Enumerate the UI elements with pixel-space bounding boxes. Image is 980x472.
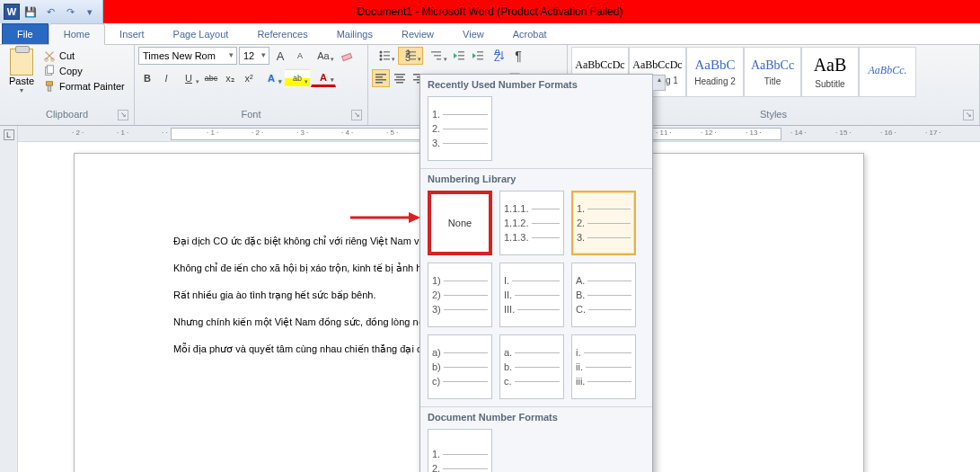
redo-button[interactable]: ↷ <box>61 3 79 21</box>
superscript-button[interactable]: x² <box>240 69 258 87</box>
tab-view[interactable]: View <box>448 24 499 44</box>
clear-formatting-button[interactable] <box>338 47 356 65</box>
numfmt-roman-lower[interactable]: i. ii. iii. <box>571 334 636 399</box>
cut-label: Cut <box>59 50 75 61</box>
clipboard-launcher[interactable]: ↘ <box>118 110 128 120</box>
svg-rect-25 <box>477 51 483 53</box>
font-size-combo[interactable]: 12 <box>239 47 269 65</box>
copy-button[interactable]: Copy <box>41 64 127 78</box>
tab-acrobat[interactable]: Acrobat <box>499 24 561 44</box>
multilevel-icon <box>430 49 443 62</box>
paste-button[interactable]: Paste ▾ <box>4 47 40 94</box>
group-clipboard: Paste ▾ Cut Copy Format Painter Clipboar… <box>0 45 135 125</box>
svg-rect-12 <box>384 58 390 60</box>
svg-marker-54 <box>409 212 420 223</box>
tab-file[interactable]: File <box>2 23 49 44</box>
grow-font-button[interactable]: A <box>271 47 289 65</box>
svg-rect-8 <box>384 51 390 53</box>
svg-rect-34 <box>394 74 405 76</box>
svg-text:Z: Z <box>494 52 500 62</box>
qat-customize[interactable]: ▾ <box>81 3 99 21</box>
tab-references[interactable]: References <box>243 24 322 44</box>
dropdown-scroll-up[interactable] <box>652 75 666 91</box>
numfmt-aparen[interactable]: a) b) c) <box>428 334 492 399</box>
bold-button[interactable]: B <box>138 69 156 87</box>
outdent-icon <box>453 49 465 62</box>
numfmt-roman-upper[interactable]: I. II. III. <box>499 263 564 327</box>
numbering-icon: 123 <box>404 49 417 62</box>
left-gutter: L <box>0 126 18 472</box>
sort-button[interactable]: AZ <box>490 47 508 65</box>
align-left-icon <box>375 72 387 85</box>
cut-button[interactable]: Cut <box>41 49 127 63</box>
italic-button[interactable]: I <box>157 69 175 87</box>
numfmt-1paren[interactable]: 1) 2) 3) <box>428 263 492 327</box>
shrink-font-button[interactable]: A <box>291 47 309 65</box>
show-marks-button[interactable]: ¶ <box>509 47 527 65</box>
font-color-button[interactable]: A <box>311 69 336 87</box>
change-case-button[interactable]: Aa <box>311 47 336 65</box>
highlight-button[interactable]: ab <box>285 69 310 87</box>
svg-rect-6 <box>342 53 352 60</box>
recently-used-header: Recently Used Number Formats <box>420 75 652 93</box>
text-effects-button[interactable]: A <box>259 69 284 87</box>
tab-page-layout[interactable]: Page Layout <box>159 24 243 44</box>
bullets-button[interactable] <box>372 47 397 65</box>
svg-rect-35 <box>396 76 403 78</box>
svg-rect-32 <box>375 79 386 81</box>
svg-rect-30 <box>375 74 386 76</box>
svg-rect-21 <box>437 58 441 60</box>
cut-icon <box>43 49 56 62</box>
undo-button[interactable]: ↶ <box>41 3 59 21</box>
decrease-indent-button[interactable] <box>450 47 468 65</box>
tab-selector[interactable]: L <box>4 129 14 140</box>
bullets-icon <box>378 49 391 62</box>
svg-point-7 <box>380 51 383 54</box>
svg-rect-10 <box>384 55 390 57</box>
svg-rect-20 <box>434 55 441 57</box>
style-subtitle[interactable]: AaBSubtitle <box>801 47 859 97</box>
numfmt-abc-upper[interactable]: A. B. C. <box>571 263 636 327</box>
format-painter-button[interactable]: Format Painter <box>41 79 127 94</box>
tab-mailings[interactable]: Mailings <box>322 24 387 44</box>
save-button[interactable]: 💾 <box>22 3 40 21</box>
tab-insert[interactable]: Insert <box>105 24 159 44</box>
svg-rect-22 <box>458 51 464 53</box>
window-title: Document1 - Microsoft Word (Product Acti… <box>0 5 980 18</box>
eraser-icon <box>340 49 353 62</box>
align-left-button[interactable] <box>372 69 390 87</box>
ribbon-tabs: File Home Insert Page Layout References … <box>0 23 980 45</box>
underline-button[interactable]: U <box>176 69 201 87</box>
numfmt-none[interactable]: None <box>428 191 492 255</box>
style-heading-2[interactable]: AaBbCHeading 2 <box>686 47 744 97</box>
align-center-button[interactable] <box>391 69 409 87</box>
numfmt-111[interactable]: 1.1.1. 1.1.2. 1.1.3. <box>499 191 564 255</box>
svg-rect-4 <box>47 82 53 85</box>
numfmt-recent-123[interactable]: 1. 2. 3. <box>428 96 492 161</box>
style-more[interactable]: AaBbCc. <box>859 47 916 97</box>
style-title[interactable]: AaBbCcTitle <box>744 47 801 97</box>
font-launcher[interactable]: ↘ <box>351 110 362 120</box>
svg-rect-19 <box>431 51 441 53</box>
numfmt-abc-lower[interactable]: a. b. c. <box>499 334 564 399</box>
svg-rect-24 <box>458 58 464 60</box>
multilevel-button[interactable] <box>424 47 449 65</box>
svg-text:3: 3 <box>405 52 411 62</box>
library-header: Numbering Library <box>420 169 652 187</box>
strike-button[interactable]: abc <box>202 69 220 87</box>
tab-review[interactable]: Review <box>387 24 448 44</box>
increase-indent-button[interactable] <box>469 47 487 65</box>
svg-rect-26 <box>477 55 483 57</box>
numfmt-doc-12[interactable]: 1. 2. <box>428 429 492 472</box>
tab-home[interactable]: Home <box>49 23 105 45</box>
numbering-button[interactable]: 123 <box>398 47 423 65</box>
font-name-combo[interactable]: Times New Rom <box>138 47 237 65</box>
copy-icon <box>43 65 56 77</box>
word-icon: W <box>4 4 20 20</box>
subscript-button[interactable]: x₂ <box>221 69 239 87</box>
styles-launcher[interactable]: ↘ <box>963 110 974 120</box>
numfmt-123[interactable]: 1. 2. 3. <box>571 191 636 255</box>
sort-icon: AZ <box>493 49 506 62</box>
quick-access-toolbar: W 💾 ↶ ↷ ▾ <box>0 0 103 23</box>
group-font: Times New Rom 12 A A Aa B I U abc x₂ x² … <box>135 45 368 125</box>
